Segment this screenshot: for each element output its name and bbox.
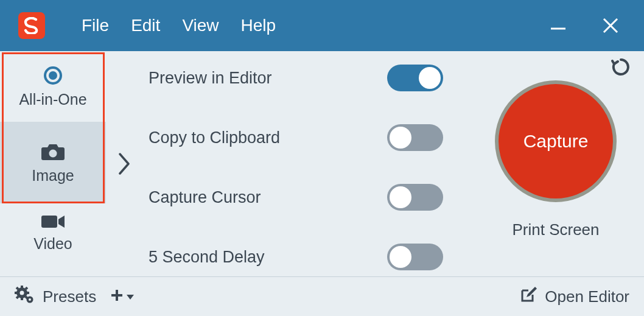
- sidebar-item-video[interactable]: Video: [0, 203, 106, 262]
- gear-icon: [15, 286, 35, 308]
- option-clipboard-row: Copy to Clipboard: [149, 124, 467, 151]
- plus-dropdown-icon: [111, 289, 135, 304]
- toggle-delay[interactable]: [387, 244, 443, 270]
- sidebar-label-video: Video: [33, 235, 72, 253]
- sidebar-label-allinone: All-in-One: [19, 91, 86, 108]
- presets-button[interactable]: Presets: [15, 286, 96, 308]
- option-cursor-row: Capture Cursor: [149, 184, 467, 211]
- menu-edit[interactable]: Edit: [131, 16, 160, 35]
- menu-help[interactable]: Help: [241, 16, 276, 35]
- open-editor-label: Open Editor: [545, 287, 629, 306]
- capture-options: Preview in Editor Copy to Clipboard Capt…: [142, 51, 467, 276]
- capture-button[interactable]: Capture: [495, 80, 617, 202]
- toggle-cursor[interactable]: [387, 184, 443, 211]
- camera-icon: [40, 141, 66, 162]
- sidebar-label-image: Image: [32, 167, 74, 184]
- sidebar-item-allinone[interactable]: All-in-One: [0, 51, 106, 122]
- svg-rect-11: [15, 292, 18, 294]
- close-button[interactable]: [601, 16, 620, 35]
- svg-rect-6: [41, 216, 57, 228]
- option-preview-row: Preview in Editor: [149, 65, 467, 91]
- option-delay-row: 5 Second Delay: [149, 244, 467, 270]
- sidebar-item-image[interactable]: Image: [0, 122, 106, 203]
- app-logo: [18, 12, 45, 39]
- svg-rect-10: [21, 297, 23, 300]
- titlebar: File Edit View Help: [0, 0, 644, 51]
- svg-point-8: [20, 290, 24, 295]
- footer-bar: Presets Open Editor: [0, 276, 644, 316]
- svg-point-18: [29, 298, 31, 301]
- window-controls: [549, 16, 620, 35]
- option-preview-label: Preview in Editor: [149, 69, 272, 88]
- menu-file[interactable]: File: [82, 16, 109, 35]
- video-icon: [40, 213, 66, 230]
- capture-type-sidebar: All-in-One Image Video: [0, 51, 106, 276]
- toggle-clipboard[interactable]: [387, 124, 443, 151]
- presets-label: Presets: [43, 287, 96, 306]
- undo-icon: [610, 56, 632, 78]
- svg-point-4: [49, 71, 57, 80]
- toggle-preview[interactable]: [387, 65, 443, 91]
- snagit-s-icon: [24, 17, 40, 34]
- capture-button-label: Capture: [523, 131, 589, 152]
- expand-chevron[interactable]: [106, 51, 142, 276]
- open-editor-icon: [519, 286, 537, 308]
- add-preset-button[interactable]: [111, 289, 135, 304]
- option-cursor-label: Capture Cursor: [149, 188, 261, 207]
- main-area: All-in-One Image Video Preview in Editor…: [0, 51, 644, 276]
- close-icon: [601, 16, 620, 35]
- capture-panel: Capture Print Screen: [467, 51, 644, 276]
- menubar: File Edit View Help: [82, 16, 276, 35]
- option-clipboard-label: Copy to Clipboard: [149, 128, 280, 147]
- option-delay-label: 5 Second Delay: [149, 248, 265, 267]
- svg-point-5: [49, 149, 57, 157]
- minimize-button[interactable]: [549, 16, 567, 35]
- undo-button[interactable]: [610, 56, 632, 80]
- svg-marker-21: [127, 295, 134, 300]
- menu-view[interactable]: View: [182, 16, 219, 35]
- svg-rect-12: [26, 292, 29, 294]
- chevron-right-icon: [117, 150, 131, 177]
- capture-shortcut-label[interactable]: Print Screen: [512, 220, 599, 239]
- open-editor-button[interactable]: Open Editor: [519, 286, 629, 308]
- allinone-icon: [43, 65, 63, 86]
- minimize-icon: [549, 16, 567, 35]
- svg-rect-9: [21, 286, 23, 289]
